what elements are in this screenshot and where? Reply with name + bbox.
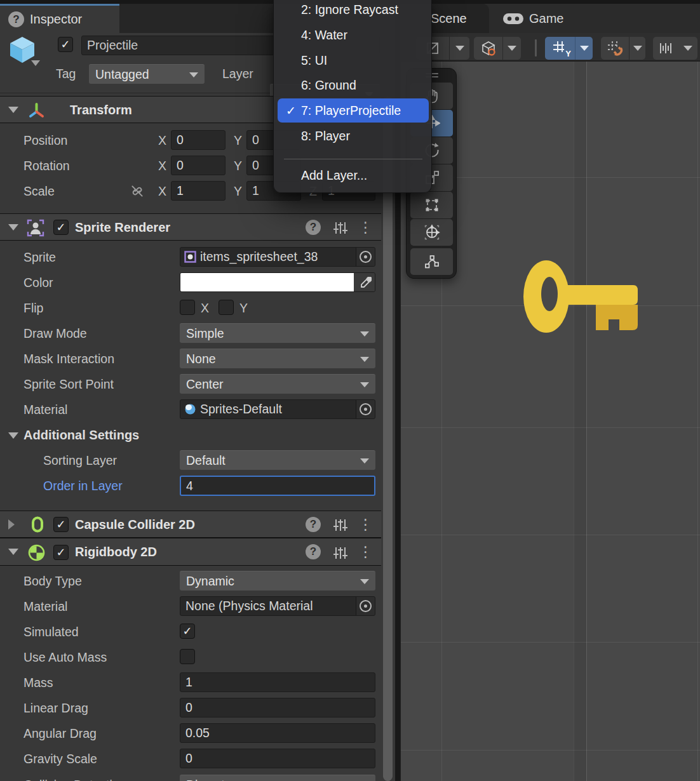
rigidbody-enabled-checkbox[interactable]: ✓ <box>53 545 69 560</box>
tab-inspector[interactable]: ? Inspector <box>0 4 119 33</box>
sprite-object-field[interactable]: items_spritesheet_38 <box>180 247 375 267</box>
gravity-scale-field[interactable]: 0 <box>180 749 375 768</box>
presets-icon[interactable] <box>332 545 347 561</box>
x-axis-label: X <box>158 184 166 199</box>
presets-icon[interactable] <box>332 220 347 236</box>
key-sprite[interactable] <box>522 257 640 334</box>
material-sphere-icon <box>184 403 196 415</box>
snap-grid-icon <box>607 40 623 57</box>
color-row: Color <box>0 272 381 293</box>
mass-field[interactable]: 1 <box>180 672 375 692</box>
scale-x-field[interactable]: 1 <box>171 181 225 201</box>
menu-item-add-layer[interactable]: Add Layer... <box>274 163 431 187</box>
sprite-renderer-title: Sprite Renderer <box>75 220 170 234</box>
help-icon[interactable]: ? <box>306 517 321 532</box>
game-tab-label: Game <box>529 11 563 26</box>
foldout-open-icon[interactable] <box>8 224 18 230</box>
rigidbody-header[interactable]: ✓ Rigidbody 2D ? ⋮ <box>0 538 395 566</box>
chevron-down-icon <box>189 72 198 77</box>
tag-dropdown[interactable]: Untagged <box>89 64 205 84</box>
transform-tool-icon <box>424 224 440 241</box>
use-auto-mass-label: Use Auto Mass <box>24 650 107 665</box>
capsule-collider-enabled-checkbox[interactable]: ✓ <box>53 517 69 532</box>
material-row: Material Sprites-Default <box>0 399 381 420</box>
grid-line <box>401 642 700 643</box>
presets-icon[interactable] <box>332 517 347 533</box>
kebab-menu-icon[interactable]: ⋮ <box>358 516 373 533</box>
custom-tool-button[interactable] <box>410 248 453 275</box>
gizmos-visibility-button[interactable] <box>474 37 521 60</box>
grid-band <box>574 62 586 781</box>
draw-mode-row: Draw Mode Simple <box>0 323 381 344</box>
eyedropper-button[interactable] <box>354 273 375 292</box>
material-label: Material <box>24 403 67 417</box>
sorting-layer-dropdown[interactable]: Default <box>180 450 375 470</box>
sorting-layer-label: Sorting Layer <box>43 453 117 468</box>
draw-mode-dropdown[interactable]: Simple <box>180 323 375 343</box>
rb-material-object-field[interactable]: None (Physics Material <box>180 596 375 616</box>
toolbar-separator <box>535 39 537 57</box>
chevron-down-icon <box>360 579 369 584</box>
object-picker-icon[interactable] <box>356 400 375 418</box>
ruler-icon <box>658 40 675 57</box>
edit-shape-icon <box>424 253 440 270</box>
material-object-field[interactable]: Sprites-Default <box>180 399 375 419</box>
angular-drag-field[interactable]: 0.05 <box>180 723 375 743</box>
help-icon[interactable]: ? <box>306 544 321 559</box>
scene-view[interactable] <box>400 61 700 781</box>
color-label: Color <box>24 276 53 290</box>
simulated-row: Simulated ✓ <box>0 622 381 642</box>
measure-tool-button[interactable] <box>653 37 697 60</box>
sprite-renderer-enabled-checkbox[interactable]: ✓ <box>53 220 69 235</box>
menu-item-ui[interactable]: 5: UI <box>274 48 431 72</box>
object-picker-icon[interactable] <box>356 597 375 615</box>
flip-x-checkbox[interactable] <box>180 300 195 315</box>
position-x-field[interactable]: 0 <box>171 130 225 150</box>
collision-detection-dropdown[interactable]: Discrete <box>180 775 375 781</box>
kebab-menu-icon[interactable]: ⋮ <box>358 219 373 236</box>
menu-item-player-projectile-selected[interactable]: ✓ 7: PlayerProjectile <box>278 98 429 123</box>
color-field[interactable] <box>180 272 375 292</box>
tab-game[interactable]: Game <box>502 4 563 33</box>
color-swatch[interactable] <box>180 273 354 292</box>
transform-tool-button[interactable] <box>410 219 453 246</box>
gameobject-enabled-checkbox[interactable]: ✓ <box>58 37 73 52</box>
linear-drag-field[interactable]: 0 <box>180 698 375 718</box>
foldout-closed-icon[interactable] <box>8 519 15 530</box>
body-type-dropdown[interactable]: Dynamic <box>180 571 375 591</box>
scrollbar-thumb[interactable] <box>383 97 393 781</box>
capsule-collider-header[interactable]: ✓ Capsule Collider 2D ? ⋮ <box>0 511 395 538</box>
additional-settings-foldout[interactable]: Additional Settings <box>0 427 381 446</box>
foldout-open-icon[interactable] <box>8 107 18 113</box>
simulated-checkbox[interactable]: ✓ <box>180 624 195 639</box>
sprite-sort-point-dropdown[interactable]: Center <box>180 374 375 394</box>
collision-detection-label: Collision Detection <box>24 778 126 781</box>
scene-tabbar: Scene Game <box>400 0 700 33</box>
icon-picker-chevron-icon[interactable] <box>31 60 40 66</box>
sprite-renderer-icon <box>27 219 44 237</box>
menu-item-water[interactable]: 4: Water <box>274 23 431 47</box>
mask-interaction-dropdown[interactable]: None <box>180 349 375 368</box>
transform-icon <box>28 102 45 119</box>
sprite-renderer-header[interactable]: ✓ Sprite Renderer ? ⋮ <box>0 213 395 241</box>
grid-snapping-button[interactable] <box>601 37 645 60</box>
x-axis-label: X <box>158 133 166 148</box>
layer-dropdown-menu: 2: Ignore Raycast 4: Water 5: UI 6: Grou… <box>273 0 432 193</box>
link-broken-icon[interactable] <box>130 184 145 199</box>
object-picker-icon[interactable] <box>356 248 375 266</box>
grid-visibility-button[interactable]: Y <box>545 37 593 60</box>
menu-item-ignore-raycast[interactable]: 2: Ignore Raycast <box>274 0 431 22</box>
rotation-x-field[interactable]: 0 <box>171 156 225 175</box>
order-in-layer-field[interactable]: 4 <box>180 476 375 496</box>
foldout-open-icon[interactable] <box>8 549 18 555</box>
position-label: Position <box>24 133 67 148</box>
kebab-menu-icon[interactable]: ⋮ <box>358 544 373 560</box>
chevron-down-icon <box>360 357 369 362</box>
flip-y-checkbox[interactable] <box>219 300 234 315</box>
menu-item-player[interactable]: 8: Player <box>274 124 431 148</box>
use-auto-mass-checkbox[interactable] <box>180 649 195 664</box>
menu-item-ground[interactable]: 6: Ground <box>274 73 431 97</box>
help-icon[interactable]: ? <box>306 220 321 235</box>
rect-tool-button[interactable] <box>410 192 453 218</box>
transform-title: Transform <box>70 102 132 117</box>
